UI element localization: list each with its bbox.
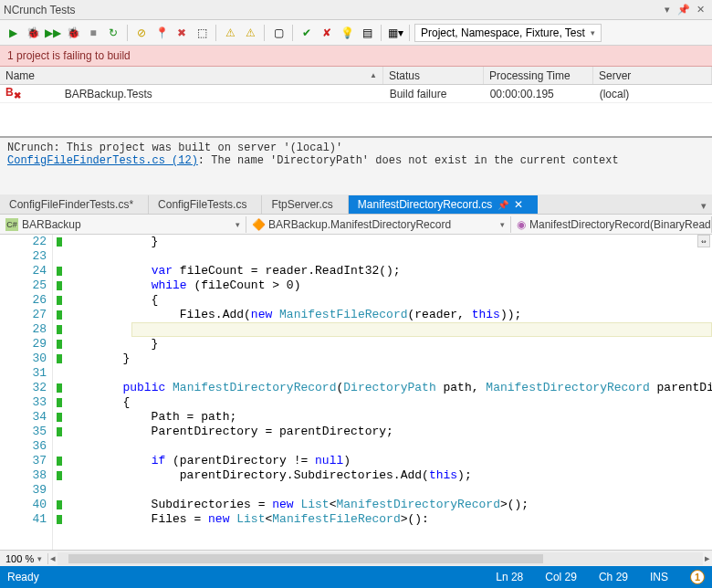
class-dropdown[interactable]: 🔶 BARBackup.ManifestDirectoryRecord ▾ [246, 216, 511, 233]
tab-overflow-icon[interactable]: ▾ [696, 197, 712, 214]
tab-ftpserver[interactable]: FtpServer.cs [262, 195, 348, 214]
column-server[interactable]: Server [593, 67, 712, 84]
member-dropdown[interactable]: ◉ ManifestDirectoryRecord(BinaryReader r… [511, 216, 712, 233]
grouping-dropdown[interactable]: Project, Namespace, Fixture, Test ▾ [414, 24, 602, 42]
panel-pin-icon[interactable]: 📌 [675, 2, 692, 18]
column-time[interactable]: Processing Time [484, 67, 593, 84]
pin-icon[interactable]: 📌 [497, 200, 508, 210]
code-editor[interactable]: ⇔ 22232425262728293031323334353637383940… [0, 235, 712, 550]
ncrunch-toolbar: ▶ 🐞 ▶▶ 🐞 ■ ↻ ⊘ 📍 ✖ ⬚ ⚠ ⚠ ▢ ✔ ✘ 💡 ▤ ▦▾ Pr… [0, 20, 712, 46]
build-failure-icon: B✖ [0, 85, 26, 102]
chevron-down-icon: ▾ [37, 554, 42, 563]
debug-icon[interactable]: 🐞 [24, 24, 42, 42]
line-number-gutter: 2223242526272829303132333435363738394041 [0, 235, 53, 550]
panel-menu-icon[interactable]: ▾ [659, 2, 675, 18]
zoom-dropdown[interactable]: 100 % ▾ [0, 553, 48, 564]
ncrunch-panel-header: NCrunch Tests ▾ 📌 ✕ [0, 0, 712, 20]
coverage-indicator-icon[interactable]: ▢ [269, 24, 288, 42]
tab-configfilefindertests[interactable]: ConfigFileFinderTests.cs* [0, 195, 149, 214]
scrollbar-thumb[interactable] [68, 554, 543, 563]
column-name[interactable]: Name▲ [0, 67, 383, 84]
column-status[interactable]: Status [383, 67, 484, 84]
stop-icon[interactable]: ■ [84, 24, 102, 42]
reload-icon[interactable]: ↻ [104, 24, 122, 42]
row-time: 00:00:00.195 [485, 85, 594, 102]
status-line: Ln 28 [496, 571, 523, 583]
panel-close-icon[interactable]: ✕ [692, 2, 708, 18]
build-output-pane: NCrunch: This project was built on serve… [0, 136, 712, 194]
panel-title: NCrunch Tests [4, 4, 659, 16]
chevron-down-icon: ▾ [236, 220, 240, 229]
scroll-right-icon[interactable]: ▸ [703, 552, 712, 564]
list-icon[interactable]: ▤ [358, 24, 376, 42]
row-server: (local) [594, 85, 712, 102]
separator [127, 25, 128, 41]
separator [264, 25, 265, 41]
status-col: Col 29 [545, 571, 577, 583]
horizontal-scrollbar[interactable] [58, 552, 703, 565]
warning-bar: 1 project is failing to build [0, 46, 712, 67]
tab-manifestdirectoryrecord[interactable]: ManifestDirectoryRecord.cs 📌 ✕ [349, 195, 538, 214]
tab-configfiletests[interactable]: ConfigFileTests.cs [149, 195, 262, 214]
row-status: Build failure [384, 85, 485, 102]
unpin-icon[interactable]: ✖ [173, 24, 191, 42]
separator [409, 25, 410, 41]
coverage-margin [53, 235, 66, 550]
lightbulb-icon[interactable]: 💡 [338, 24, 356, 42]
notification-badge[interactable]: 1 [690, 570, 705, 584]
run-all-icon[interactable]: ▶ [4, 24, 22, 42]
status-ready: Ready [7, 571, 39, 583]
grid-header: Name▲ Status Processing Time Server [0, 67, 712, 85]
grid-body: B✖ BARBackup.Tests Build failure 00:00:0… [0, 85, 712, 136]
status-ch: Ch 29 [599, 571, 628, 583]
method-icon: ◉ [517, 218, 526, 231]
row-name: BARBackup.Tests [59, 85, 384, 102]
status-ins: INS [650, 571, 668, 583]
editor-nav-bar: C# BARBackup ▾ 🔶 BARBackup.ManifestDirec… [0, 215, 712, 235]
scroll-left-icon[interactable]: ◂ [48, 552, 58, 564]
sort-asc-icon: ▲ [370, 71, 377, 79]
error-file-link[interactable]: ConfigFileFinderTests.cs (12) [7, 154, 198, 167]
coverage-icon[interactable]: ⬚ [193, 24, 211, 42]
csharp-project-icon: C# [5, 218, 18, 231]
table-row[interactable]: B✖ BARBackup.Tests Build failure 00:00:0… [0, 85, 712, 103]
checkmark-icon[interactable]: ✔ [298, 24, 316, 42]
grouping-label: Project, Namespace, Fixture, Test [421, 26, 585, 39]
run-selected-icon[interactable]: ▶▶ [44, 24, 62, 42]
editor-tabs: ConfigFileFinderTests.cs* ConfigFileTest… [0, 194, 712, 215]
project-dropdown[interactable]: C# BARBackup ▾ [0, 216, 246, 233]
view-icon[interactable]: ▦▾ [386, 24, 404, 42]
red-x-icon[interactable]: ✘ [318, 24, 336, 42]
chevron-down-icon: ▾ [500, 220, 505, 229]
pin-test-icon[interactable]: 📍 [152, 24, 171, 42]
class-icon: 🔶 [252, 218, 265, 231]
chevron-down-icon: ▾ [591, 28, 595, 37]
editor-footer: 100 % ▾ ◂ ▸ [0, 550, 712, 566]
close-icon[interactable]: ✕ [514, 199, 523, 210]
statusbar: Ready Ln 28 Col 29 Ch 29 INS 1 [0, 566, 712, 588]
debug-selected-icon[interactable]: 🐞 [64, 24, 82, 42]
warnings-icon[interactable]: ⚠ [221, 24, 239, 42]
warnings2-icon[interactable]: ⚠ [241, 24, 259, 42]
separator [381, 25, 382, 41]
code-content[interactable]: } var fileCount = reader.ReadInt32(); wh… [66, 235, 712, 550]
separator [292, 25, 293, 41]
disable-icon[interactable]: ⊘ [132, 24, 151, 42]
separator [215, 25, 216, 41]
